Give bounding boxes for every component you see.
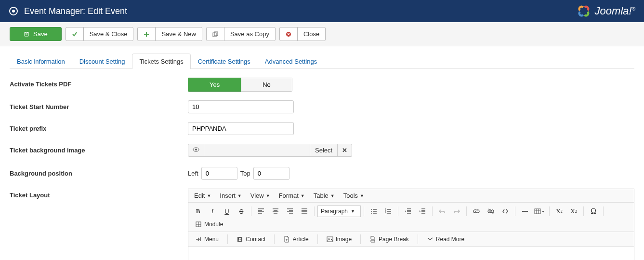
svg-text:3: 3: [385, 212, 386, 215]
activate-pdf-toggle: Yes No: [188, 78, 292, 92]
omega-icon[interactable]: Ω: [587, 205, 600, 218]
underline-icon[interactable]: U: [220, 205, 234, 218]
image-button[interactable]: Image: [323, 234, 355, 245]
align-right-icon[interactable]: [283, 205, 297, 218]
editor-menu-view[interactable]: View▼: [250, 192, 270, 199]
article-button[interactable]: Article: [279, 234, 312, 245]
tab-certificate[interactable]: Certificate Settings: [191, 54, 258, 69]
svg-point-8: [371, 211, 372, 212]
editor-menu-tools[interactable]: Tools▼: [343, 192, 364, 199]
editor-menu-format[interactable]: Format▼: [279, 192, 305, 199]
editor-menu-insert[interactable]: Insert▼: [220, 192, 241, 199]
left-label: Left: [188, 170, 198, 177]
target-icon: [9, 6, 18, 16]
tab-discount[interactable]: Discount Setting: [72, 54, 132, 69]
toggle-no[interactable]: No: [241, 78, 292, 92]
save-close-icon-button[interactable]: [66, 27, 84, 41]
svg-point-6: [195, 149, 197, 151]
svg-rect-17: [327, 237, 333, 242]
label-activate-pdf: Activate Tickets PDF: [10, 78, 188, 88]
align-left-icon[interactable]: [254, 205, 268, 218]
preview-icon[interactable]: [188, 144, 204, 157]
start-number-input[interactable]: [188, 100, 294, 113]
hr-icon[interactable]: [518, 205, 532, 218]
superscript-icon[interactable]: X2: [567, 205, 580, 218]
label-bg-position: Background position: [10, 167, 188, 177]
align-center-icon[interactable]: [269, 205, 282, 218]
tab-tickets[interactable]: Tickets Settings: [132, 54, 190, 69]
close-icon-button[interactable]: [279, 27, 298, 41]
save-copy-icon-button[interactable]: [206, 27, 224, 41]
joomla-logo: Joomla!®: [577, 4, 635, 18]
redo-icon[interactable]: [450, 205, 463, 218]
close-button[interactable]: Close: [297, 27, 326, 41]
strikethrough-icon[interactable]: S: [235, 205, 248, 218]
page-title: Event Manager: Edit Event: [24, 6, 127, 16]
header: Event Manager: Edit Event Joomla!®: [0, 0, 644, 22]
menu-button[interactable]: Menu: [191, 234, 223, 245]
save-copy-button[interactable]: Save as Copy: [224, 27, 276, 41]
tab-basic[interactable]: Basic information: [10, 54, 72, 69]
indent-icon[interactable]: [416, 205, 429, 218]
editor-menu-table[interactable]: Table▼: [314, 192, 335, 199]
check-icon: [24, 31, 30, 38]
copy-icon: [212, 31, 218, 37]
svg-point-9: [371, 213, 372, 214]
outdent-icon[interactable]: [401, 205, 415, 218]
save-close-button[interactable]: Save & Close: [83, 27, 134, 41]
contact-button[interactable]: Contact: [233, 234, 269, 245]
label-start-number: Ticket Start Number: [10, 100, 188, 110]
bold-icon[interactable]: B: [191, 205, 205, 218]
svg-point-1: [12, 10, 15, 13]
label-layout: Ticket Layout: [10, 189, 188, 199]
code-icon[interactable]: [499, 205, 512, 218]
bg-image-path: [204, 144, 310, 157]
select-image-button[interactable]: Select: [310, 144, 338, 157]
top-label: Top: [240, 170, 250, 177]
subscript-icon[interactable]: X2: [552, 205, 566, 218]
editor-menu-edit[interactable]: Edit▼: [194, 192, 211, 199]
bullet-list-icon[interactable]: [367, 205, 381, 218]
number-list-icon[interactable]: 123: [381, 205, 395, 218]
table-icon[interactable]: ▼: [533, 205, 546, 218]
align-justify-icon[interactable]: [298, 205, 311, 218]
cancel-icon: [286, 31, 291, 37]
readmore-button[interactable]: Read More: [423, 234, 468, 245]
editor-content[interactable]: [188, 247, 634, 260]
svg-rect-13: [535, 209, 540, 214]
save-button[interactable]: Save: [10, 27, 62, 41]
link-icon[interactable]: [470, 205, 483, 218]
undo-icon[interactable]: [435, 205, 449, 218]
toolbar: Save Save & Close Save & New Save as Cop…: [0, 22, 644, 46]
clear-image-button[interactable]: ✕: [338, 144, 352, 157]
label-bg-image: Ticket background image: [10, 144, 188, 154]
top-input[interactable]: [253, 167, 289, 180]
prefix-input[interactable]: [188, 122, 294, 135]
tabs: Basic information Discount Setting Ticke…: [10, 54, 634, 69]
left-input[interactable]: [201, 167, 237, 180]
unlink-icon[interactable]: [484, 205, 498, 218]
toggle-yes[interactable]: Yes: [188, 78, 241, 92]
paragraph-select[interactable]: Paragraph▼: [317, 205, 361, 217]
editor: Edit▼ Insert▼ View▼ Format▼ Table▼ Tools…: [188, 189, 634, 260]
module-button[interactable]: Module: [191, 219, 227, 230]
save-new-button[interactable]: Save & New: [155, 27, 202, 41]
label-prefix: Ticket prefix: [10, 122, 188, 132]
pagebreak-button[interactable]: Page Break: [366, 234, 413, 245]
save-new-icon-button[interactable]: [137, 27, 156, 41]
check-icon: [72, 31, 78, 37]
plus-icon: [144, 31, 149, 37]
italic-icon[interactable]: I: [206, 205, 219, 218]
svg-point-16: [239, 238, 241, 240]
svg-point-7: [371, 209, 372, 210]
tab-advanced[interactable]: Advanced Settings: [258, 54, 324, 69]
